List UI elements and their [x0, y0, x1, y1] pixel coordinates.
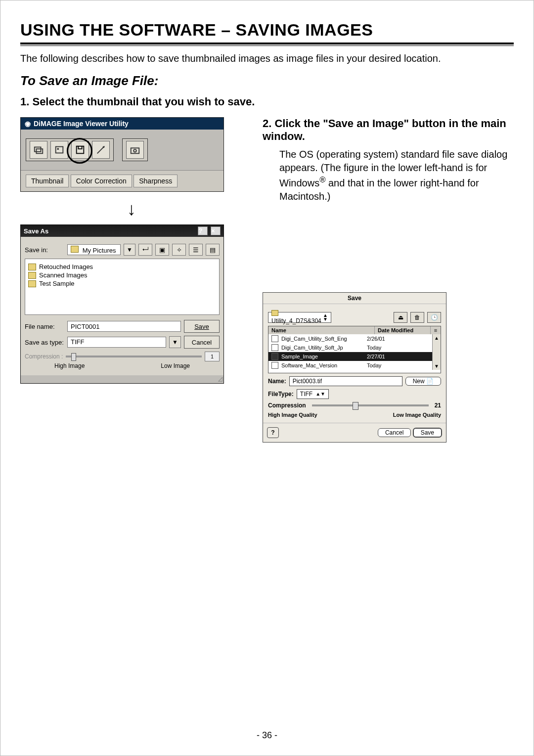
- high-quality-label: High Image: [54, 362, 85, 369]
- file-icon: [271, 344, 278, 351]
- new-folder-button[interactable]: ✧: [172, 244, 186, 256]
- toolbar-button-2[interactable]: [50, 141, 68, 159]
- new-folder-icon: ✧: [177, 246, 182, 254]
- save-in-label: Save in:: [25, 246, 64, 254]
- folder-name: Scanned Images: [39, 271, 88, 279]
- app-tabs: Thumbnail Color Correction Sharpness: [21, 170, 223, 191]
- rule-thin: [20, 45, 514, 46]
- list-item[interactable]: Digi_Cam_Utility_Soft_Eng2/26/01: [268, 334, 432, 343]
- tab-color-correction[interactable]: Color Correction: [71, 175, 132, 187]
- col-header-date[interactable]: Date Modified: [375, 326, 430, 334]
- file-name-input[interactable]: [67, 321, 181, 332]
- details-view-button[interactable]: ▤: [206, 244, 220, 256]
- file-icon: [271, 362, 278, 369]
- mac-eject-button[interactable]: ⏏: [394, 312, 407, 323]
- slider-thumb[interactable]: [353, 402, 358, 410]
- mac-save-dialog: Save Utility_4_D7S&304 ▲▼ ⏏ 🗑 🕒: [263, 292, 446, 443]
- list-item[interactable]: Digi_Cam_Utility_Soft_JpToday: [268, 343, 432, 352]
- rule-thick: [20, 43, 514, 44]
- toolbar-button-1[interactable]: [30, 141, 47, 159]
- folder-name: Retouched Images: [39, 263, 93, 270]
- sort-button[interactable]: ≡: [430, 326, 441, 334]
- tab-thumbnail[interactable]: Thumbnail: [26, 175, 69, 187]
- up-folder-button[interactable]: ⮠: [138, 244, 152, 256]
- up-folder-icon: ⮠: [142, 246, 149, 254]
- list-item-selected[interactable]: Sample_Image2/27/01: [268, 352, 432, 361]
- slider-thumb[interactable]: [71, 353, 76, 361]
- folder-icon: [28, 272, 36, 279]
- app-toolbar: [21, 130, 223, 170]
- tab-sharpness[interactable]: Sharpness: [134, 175, 178, 187]
- left-column: ◉ DiMAGE Image Viewer Utility: [20, 117, 243, 443]
- list-icon: ☰: [193, 246, 199, 254]
- list-view-button[interactable]: ☰: [189, 244, 203, 256]
- mac-compression-value: 21: [435, 402, 441, 409]
- mac-save-button[interactable]: Save: [413, 428, 442, 438]
- mac-high-quality: High Image Quality: [268, 412, 317, 418]
- camera-icon: [130, 144, 140, 155]
- save-type-label: Save as type:: [25, 339, 64, 346]
- save-button[interactable]: Save: [184, 320, 220, 333]
- desktop-button[interactable]: ▣: [155, 244, 169, 256]
- mac-filetype-label: FileType:: [268, 391, 294, 398]
- list-item[interactable]: Software_Mac_VersionToday: [268, 361, 432, 370]
- mac-cancel-button[interactable]: Cancel: [378, 428, 411, 437]
- folder-item[interactable]: Retouched Images: [28, 263, 216, 270]
- item-name: Digi_Cam_Utility_Soft_Jp: [281, 345, 364, 351]
- folder-name: Test Sample: [39, 280, 75, 287]
- mac-recent-button[interactable]: 🕒: [427, 312, 441, 323]
- app-titlebar: ◉ DiMAGE Image Viewer Utility: [21, 118, 223, 130]
- app-logo-icon: ◉: [25, 120, 31, 128]
- mac-compression-slider[interactable]: [312, 404, 429, 406]
- save-image-button[interactable]: [71, 141, 89, 159]
- step-1: 1. Select the thumbnail that you wish to…: [20, 95, 514, 108]
- arrow-down-icon: ↓: [20, 199, 243, 220]
- mac-name-input[interactable]: Pict0003.tif: [289, 376, 402, 386]
- close-icon[interactable]: ×: [211, 226, 221, 235]
- details-icon: ▤: [210, 246, 216, 254]
- new-label: New: [413, 378, 425, 385]
- mac-location-combo[interactable]: Utility_4_D7S&304 ▲▼: [268, 312, 331, 323]
- desktop-icon: ▣: [159, 246, 165, 254]
- mac-name-label: Name:: [268, 378, 286, 385]
- dropdown-icon[interactable]: ▼: [124, 244, 135, 256]
- svg-point-7: [134, 149, 136, 152]
- mac-compression-label: Compression: [268, 402, 306, 409]
- save-type-combo[interactable]: TIFF: [67, 337, 166, 348]
- scroll-down-icon[interactable]: ▼: [434, 363, 439, 369]
- svg-point-5: [103, 146, 105, 148]
- file-list-pane[interactable]: Retouched Images Scanned Images Test Sam…: [25, 259, 220, 315]
- svg-rect-6: [131, 148, 139, 153]
- item-date: 2/27/01: [364, 353, 429, 360]
- cancel-button[interactable]: Cancel: [184, 336, 220, 349]
- col-header-name[interactable]: Name: [268, 326, 375, 334]
- mac-help-button[interactable]: ?: [267, 427, 279, 438]
- folder-item[interactable]: Test Sample: [28, 280, 216, 287]
- mac-location-value: Utility_4_D7S&304: [271, 317, 321, 324]
- folder-item[interactable]: Scanned Images: [28, 271, 216, 279]
- svg-point-3: [57, 148, 59, 150]
- help-icon[interactable]: ?: [198, 226, 208, 235]
- compression-slider[interactable]: [66, 356, 202, 357]
- item-date: Today: [364, 361, 429, 369]
- toolbar-button-5[interactable]: [126, 141, 144, 159]
- toolbar-button-4[interactable]: [92, 141, 110, 159]
- mac-trash-button[interactable]: 🗑: [410, 312, 424, 323]
- scroll-up-icon[interactable]: ▲: [434, 335, 439, 341]
- new-folder-icon: 📄: [426, 378, 434, 385]
- win-dialog-title: Save As: [24, 227, 48, 235]
- resize-grip-icon[interactable]: ◿: [21, 375, 223, 383]
- folder-icon: [28, 280, 36, 287]
- clock-icon: 🕒: [431, 314, 438, 321]
- document-page: USING THE SOFTWARE – SAVING IMAGES The f…: [0, 0, 534, 756]
- file-icon: [271, 335, 278, 342]
- images-icon: [33, 144, 44, 155]
- dropdown-icon[interactable]: ▼: [169, 336, 181, 348]
- save-in-combo[interactable]: My Pictures: [67, 244, 121, 255]
- compression-label: Compression :: [25, 353, 63, 360]
- svg-rect-4: [77, 146, 84, 154]
- mac-new-button[interactable]: New 📄: [405, 377, 441, 386]
- scrollbar[interactable]: ▲▼: [432, 334, 441, 370]
- mac-filetype-select[interactable]: TIFF ▲▼: [297, 389, 329, 399]
- step-2-body: The OS (operating system) standard file …: [279, 148, 514, 203]
